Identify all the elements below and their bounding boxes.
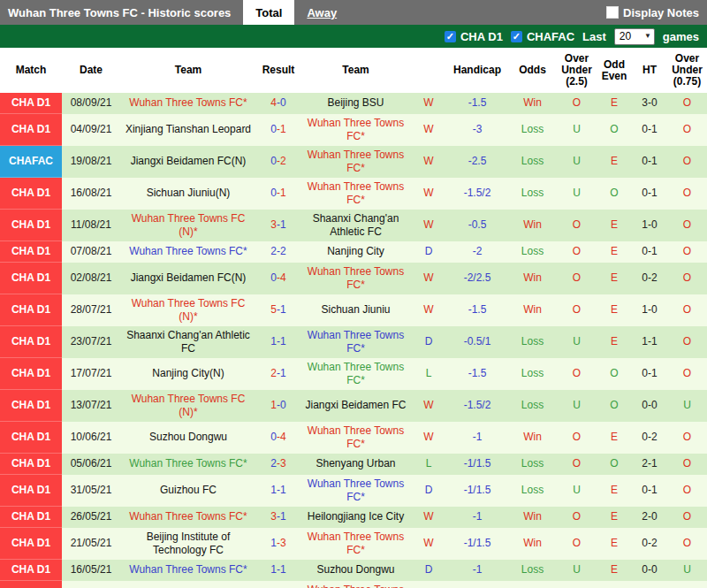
match-date: 16/05/21: [62, 560, 120, 581]
league-badge: CHA D1: [0, 422, 62, 454]
page-title: Wuhan Three Towns FC - Historic scores: [0, 6, 231, 19]
odd-even: E: [597, 475, 632, 507]
result-letter: W: [411, 390, 446, 422]
away-team-name: Wuhan Three Towns FC*: [308, 584, 404, 588]
home-team-name: Wuhan Three Towns FC*: [129, 96, 247, 109]
half-time-score: 0-1: [632, 114, 667, 146]
table-row: CHA D108/09/21Wuhan Three Towns FC*4-0Be…: [0, 93, 707, 114]
table-row: CHAFAC19/08/21Jiangxi Beidamen FC(N)0-2W…: [0, 146, 707, 178]
handicap-value: -1.5/2: [446, 390, 508, 422]
league-badge: CHA D1: [0, 475, 62, 507]
odds-result: Win: [508, 581, 557, 588]
odds-result: Loss: [508, 358, 557, 390]
match-score: 0-1: [256, 178, 300, 210]
column-header: Over Under (2.5): [557, 48, 597, 93]
away-team: Wuhan Three Towns FC*: [300, 422, 411, 454]
odds-result: Win: [508, 528, 557, 560]
table-row: CHA D116/05/21Wuhan Three Towns FC*1-1Su…: [0, 560, 707, 581]
away-score: 0: [280, 399, 286, 411]
over-under-0-75: U: [667, 390, 707, 422]
home-team-name: Wuhan Three Towns FC*: [129, 457, 247, 470]
checkbox-checked-icon: ✓: [511, 31, 522, 42]
match-date: 13/07/21: [62, 390, 120, 422]
handicap-value: -1.5/2: [446, 178, 508, 210]
odd-even: E: [597, 93, 632, 114]
column-header: Match: [0, 48, 62, 93]
over-under-2-5: U: [557, 560, 597, 581]
odds-result: Loss: [508, 454, 557, 475]
handicap-value: -1: [446, 560, 508, 581]
games-label: games: [663, 30, 699, 43]
result-letter: W: [411, 178, 446, 210]
match-score: 1-1: [256, 326, 300, 358]
odd-even: O: [597, 114, 632, 146]
away-team-name: Beijing BSU: [327, 96, 384, 109]
home-score: 0: [270, 271, 277, 284]
away-team: Wuhan Three Towns FC*: [300, 146, 411, 178]
away-score: 1: [280, 510, 286, 523]
league-badge: CHA D1: [0, 507, 62, 528]
home-score: 1: [270, 537, 277, 549]
away-team-name: Heilongjiang Ice City: [308, 510, 404, 523]
odd-even: O: [597, 390, 632, 422]
away-team: Wuhan Three Towns FC*: [300, 326, 411, 358]
away-team: Wuhan Three Towns FC*: [300, 263, 411, 294]
over-under-2-5: O: [557, 263, 597, 294]
match-date: 19/08/21: [62, 146, 120, 178]
display-notes-toggle[interactable]: Display Notes: [606, 0, 707, 25]
last-label: Last: [582, 30, 606, 43]
historic-scores-page: Wuhan Three Towns FC - Historic scores T…: [0, 0, 707, 588]
away-team: Shaanxi Chang'an Athletic FC: [300, 210, 411, 241]
league-badge: CHA D1: [0, 390, 62, 422]
odds-result: Loss: [508, 114, 557, 146]
games-count-select[interactable]: 20: [614, 28, 655, 45]
column-header: Date: [62, 48, 120, 93]
away-team: Nanjing City: [300, 241, 411, 263]
away-team: Jiangxi Beidamen FC: [300, 390, 411, 422]
half-time-score: 1-0: [632, 294, 667, 326]
home-score: 1: [270, 399, 277, 411]
match-score: 1-1: [256, 475, 300, 507]
odds-result: Loss: [508, 241, 557, 263]
handicap-value: -1.5: [446, 358, 508, 390]
half-time-score: 2-0: [632, 507, 667, 528]
match-score: 0-4: [256, 422, 300, 454]
league-badge: CHA D1: [0, 210, 62, 241]
home-team: Jiangxi Beidamen FC(N): [120, 263, 256, 294]
home-team-name: Nanjing City(N): [152, 367, 224, 379]
over-under-0-75: O: [667, 178, 707, 210]
away-team: Suzhou Dongwu: [300, 560, 411, 581]
handicap-value: -1: [446, 422, 508, 454]
league-badge: CHA D1: [0, 326, 62, 358]
over-under-0-75: O: [667, 507, 707, 528]
away-score: 3: [280, 537, 286, 549]
odd-even: E: [597, 422, 632, 454]
column-header: [411, 48, 446, 93]
away-team: Wuhan Three Towns FC*: [300, 581, 411, 588]
table-row: CHA D105/06/21Wuhan Three Towns FC*2-3Sh…: [0, 454, 707, 475]
match-date: 07/08/21: [62, 241, 120, 263]
column-header: Odds: [508, 48, 557, 93]
home-team-name: Guizhou FC: [160, 484, 217, 496]
filter-cha-d1[interactable]: ✓ CHA D1: [445, 30, 503, 43]
over-under-0-75: O: [667, 454, 707, 475]
home-team: Xinjiang Tianshan Leopard: [120, 114, 256, 146]
half-time-score: 0-2: [632, 422, 667, 454]
table-row: CHA D126/05/21Wuhan Three Towns FC*3-1He…: [0, 507, 707, 528]
away-team-name: Wuhan Three Towns FC*: [308, 477, 404, 503]
table-row: CHA D113/07/21Wuhan Three Towns FC (N)*1…: [0, 390, 707, 422]
half-time-score: 0-1: [632, 241, 667, 263]
handicap-value: -3: [446, 114, 508, 146]
away-team: Wuhan Three Towns FC*: [300, 114, 411, 146]
home-score: 0: [270, 187, 277, 199]
column-header: Odd Even: [597, 48, 632, 93]
home-team: Wuhan Three Towns FC (N)*: [120, 294, 256, 326]
odd-even: E: [597, 210, 632, 241]
home-team: Beijing Institute of Technology FC: [120, 528, 256, 560]
tab-total[interactable]: Total: [243, 0, 294, 25]
odds-result: Loss: [508, 560, 557, 581]
handicap-value: -1/1.5: [446, 581, 508, 588]
away-score: 1: [280, 563, 286, 576]
tab-away[interactable]: Away: [294, 0, 349, 25]
filter-chafac[interactable]: ✓ CHAFAC: [511, 30, 574, 43]
